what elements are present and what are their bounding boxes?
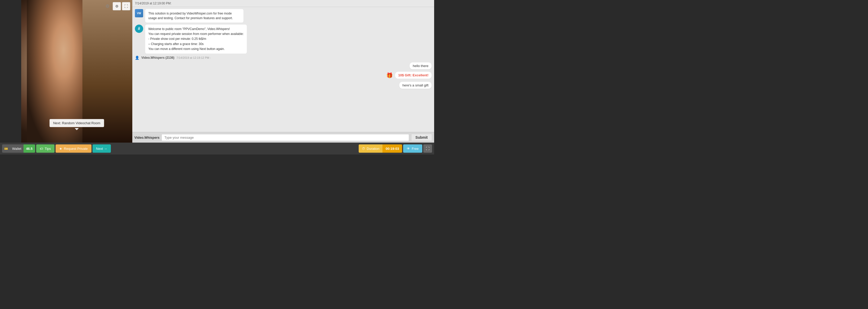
chat-message-input[interactable] — [161, 134, 409, 141]
chat-username-label: Video.Whispers — [134, 136, 159, 140]
next-room-tooltip: Next: Random Videochat Room — [50, 119, 104, 127]
next-button[interactable]: Next → — [93, 144, 111, 153]
bottom-toolbar: 💳 Wallet 46.5 🏷 Tips ★ Request Private N… — [0, 143, 434, 154]
wallet-label: Wallet — [10, 144, 24, 153]
tips-icon: 🏷 — [40, 147, 43, 150]
settings-button[interactable]: ⚙ — [113, 2, 121, 10]
chat-message-1: hello there — [410, 62, 432, 69]
expand-icon: ⛶ — [426, 146, 430, 150]
system-message-1: VW This solution is provided by VideoWhi… — [135, 9, 432, 23]
fullscreen-button[interactable]: ⛶ — [122, 2, 130, 10]
submit-button[interactable]: Submit — [411, 134, 432, 141]
star-icon: ★ — [59, 147, 62, 150]
duration-button[interactable]: ⏱ Duration — [359, 144, 382, 153]
system-avatar-img: VW — [135, 9, 143, 17]
chat-bubble-hello: hello there — [135, 62, 432, 69]
hash-avatar: # — [135, 25, 143, 33]
request-private-button[interactable]: ★ Request Private — [56, 144, 91, 153]
free-button[interactable]: 👁 Free — [403, 144, 422, 153]
right-panel: 7/14/2019 at 12:19:00 PM: VW This soluti… — [132, 0, 434, 143]
gift-label: 10$ Gift: Excellent! — [395, 72, 432, 79]
main-content: ⚙ ⚙ ⛶ Next: Random Videochat Room 7/14/2… — [0, 0, 434, 143]
eye-icon: 👁 — [407, 147, 410, 150]
gift-message-row: 🎁 10$ Gift: Excellent! — [135, 72, 432, 79]
tooltip-arrow — [75, 128, 79, 130]
user-icon: 👤 — [135, 56, 139, 60]
clock-icon: ⏱ — [362, 147, 365, 150]
chat-message-2: here's a small gift — [399, 82, 432, 89]
tips-button[interactable]: 🏷 Tips — [36, 144, 55, 153]
chat-input-area: Video.Whispers Submit — [132, 132, 434, 143]
system-message-2: # Welcome to public room "PPVCamDemo", V… — [135, 25, 432, 54]
chat-messages: VW This solution is provided by VideoWhi… — [132, 7, 434, 132]
chat-bubble-gift-msg: here's a small gift — [135, 82, 432, 89]
fullscreen-video-button[interactable]: ⛶ — [423, 144, 432, 153]
video-top-controls: ⚙ ⚙ ⛶ — [103, 2, 130, 10]
system-message-1-content: This solution is provided by VideoWhispe… — [145, 9, 243, 23]
system-avatar-1: VW — [135, 9, 143, 17]
left-sidebar — [0, 0, 21, 143]
chat-header: 7/14/2019 at 12:19:00 PM: — [132, 0, 434, 7]
video-container: ⚙ ⚙ ⛶ Next: Random Videochat Room — [21, 0, 132, 143]
user-message-row: 👤 Video.Whispers (2136) 7/14/2019 at 12:… — [135, 56, 432, 60]
duration-value: 00:19:03 — [382, 144, 402, 153]
welcome-message-content: Welcome to public room "PPVCamDemo", Vid… — [145, 25, 247, 54]
settings-icon[interactable]: ⚙ — [103, 2, 112, 10]
duration-group: ⏱ Duration 00:19:03 — [359, 144, 402, 153]
wallet-icon: 💳 — [2, 144, 10, 153]
wallet-value: 46.5 — [24, 144, 35, 153]
gift-icon: 🎁 — [386, 72, 394, 79]
wallet-button[interactable]: 💳 Wallet 46.5 — [2, 144, 35, 153]
